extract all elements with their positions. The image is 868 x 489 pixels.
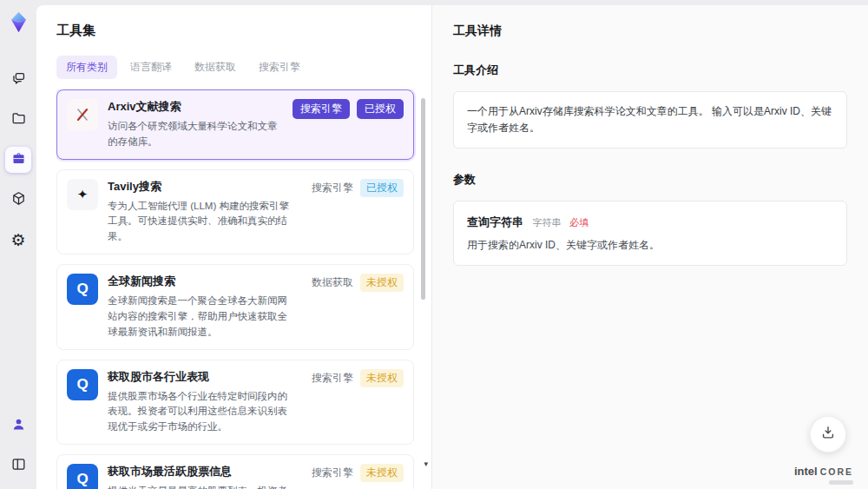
tool-name: Arxiv文献搜索	[108, 99, 278, 115]
core-wordmark: CORE	[820, 466, 853, 477]
tool-card-text: 获取股市各行业表现 提供股票市场各个行业在特定时间段内的表现。投资者可以利用这些…	[108, 369, 297, 435]
gear-icon: ⚙	[10, 232, 25, 248]
parameter-required-label: 必填	[569, 217, 589, 228]
tool-badges: 搜索引擎 未授权	[312, 464, 404, 482]
tool-list: Arxiv文献搜索 访问各个研究领域大量科学论文和文章的存储库。 搜索引擎 已授…	[56, 89, 431, 489]
intel-logo-sub-mark	[829, 480, 853, 485]
tool-description: 全球新闻搜索是一个聚合全球各大新闻网站内容的搜索引擎，帮助用户快速获取全球最新资…	[108, 294, 297, 340]
tool-card-sector-performance[interactable]: Q 获取股市各行业表现 提供股票市场各个行业在特定时间段内的表现。投资者可以利用…	[56, 360, 414, 445]
category-badge: 数据获取	[312, 275, 353, 290]
status-badge: 未授权	[360, 369, 404, 387]
sidebar-item-panel-toggle[interactable]	[5, 453, 31, 479]
category-tabs: 所有类别 语言翻译 数据获取 搜索引擎	[56, 56, 431, 79]
tool-card-text: 全球新闻搜索 全球新闻搜索是一个聚合全球各大新闻网站内容的搜索引擎，帮助用户快速…	[108, 274, 297, 340]
status-badge: 已授权	[360, 179, 404, 197]
tool-card-arxiv[interactable]: Arxiv文献搜索 访问各个研究领域大量科学论文和文章的存储库。 搜索引擎 已授…	[56, 89, 414, 160]
tool-description: 提供当天交易量最高的股票列表。投资者可以利用这些信息来识别流动性强的股票和潜在的…	[108, 484, 297, 489]
category-badge: 搜索引擎	[312, 371, 353, 386]
tool-card-global-news[interactable]: Q 全球新闻搜索 全球新闻搜索是一个聚合全球各大新闻网站内容的搜索引擎，帮助用户…	[56, 264, 414, 349]
tool-card-text: Tavily搜索 专为人工智能代理 (LLM) 构建的搜索引擎工具。可快速提供实…	[108, 179, 297, 245]
status-badge: 已授权	[357, 99, 404, 119]
app-window: ⚙ 工具集 所有类别	[0, 0, 868, 489]
parameter-type: 字符串	[532, 217, 561, 228]
tool-name: 获取市场最活跃股票信息	[108, 464, 297, 479]
intel-wordmark: intel	[794, 465, 818, 478]
download-icon	[819, 424, 837, 445]
tab-search-engine[interactable]: 搜索引擎	[249, 56, 310, 79]
tool-name: 获取股市各行业表现	[108, 369, 297, 385]
tool-description: 访问各个研究领域大量科学论文和文章的存储库。	[108, 119, 278, 150]
sidebar-item-tools[interactable]	[5, 147, 31, 173]
tools-panel: 工具集 所有类别 语言翻译 数据获取 搜索引擎 A	[36, 5, 431, 489]
tool-card-text: Arxiv文献搜索 访问各个研究领域大量科学论文和文章的存储库。	[108, 99, 278, 150]
sparkle-icon: ✦	[67, 179, 98, 210]
tool-name: 全球新闻搜索	[108, 274, 297, 289]
parameter-name: 查询字符串	[467, 215, 523, 228]
tool-card-tavily[interactable]: ✦ Tavily搜索 专为人工智能代理 (LLM) 构建的搜索引擎工具。可快速提…	[56, 169, 414, 254]
scrollbar-thumb[interactable]	[421, 98, 425, 300]
user-icon	[10, 416, 27, 436]
tab-data-fetching[interactable]: 数据获取	[185, 56, 246, 79]
folder-icon	[10, 110, 27, 130]
juhe-data-icon: Q	[67, 369, 98, 400]
status-badge: 未授权	[360, 274, 404, 292]
status-badge: 未授权	[360, 464, 404, 482]
toolbox-icon	[10, 150, 27, 170]
sidebar-item-chat[interactable]	[5, 67, 31, 93]
tool-name: Tavily搜索	[108, 179, 297, 195]
page-title: 工具集	[56, 23, 431, 39]
sidebar-item-packages[interactable]	[5, 187, 31, 213]
tool-badges: 搜索引擎 已授权	[293, 99, 404, 119]
cube-icon	[10, 190, 27, 210]
app-logo-icon	[7, 10, 30, 34]
tool-details-panel: 工具详情 工具介绍 一个用于从Arxiv存储库搜索科学论文和文章的工具。 输入可…	[431, 5, 868, 489]
sidebar-item-settings[interactable]: ⚙	[5, 227, 31, 253]
category-badge: 搜索引擎	[293, 99, 350, 119]
tool-badges: 数据获取 未授权	[312, 274, 404, 292]
tool-description: 提供股票市场各个行业在特定时间段内的表现。投资者可以利用这些信息来识别表现优于或…	[108, 389, 297, 435]
list-scrollbar[interactable]: ▾	[421, 91, 425, 484]
tool-intro-text: 一个用于从Arxiv存储库搜索科学论文和文章的工具。 输入可以是Arxiv ID…	[453, 91, 847, 149]
parameter-description: 用于搜索的Arxiv ID、关键字或作者姓名。	[467, 238, 833, 253]
tool-card-active-stocks[interactable]: Q 获取市场最活跃股票信息 提供当天交易量最高的股票列表。投资者可以利用这些信息…	[56, 454, 414, 489]
tool-card-text: 获取市场最活跃股票信息 提供当天交易量最高的股票列表。投资者可以利用这些信息来识…	[108, 464, 297, 489]
tool-description: 专为人工智能代理 (LLM) 构建的搜索引擎工具。可快速提供实时、准确和真实的结…	[108, 199, 297, 245]
category-badge: 搜索引擎	[312, 466, 353, 480]
panel-toggle-icon	[10, 456, 27, 476]
tab-all-categories[interactable]: 所有类别	[56, 56, 117, 79]
juhe-data-icon: Q	[67, 464, 98, 489]
chat-icon	[10, 70, 27, 90]
icon-rail: ⚙	[0, 0, 36, 489]
tab-language-translation[interactable]: 语言翻译	[121, 56, 181, 79]
category-badge: 搜索引擎	[312, 181, 353, 195]
intel-core-logo: intel CORE	[794, 465, 853, 478]
parameter-header: 查询字符串 字符串 必填	[467, 214, 833, 230]
sidebar-item-user[interactable]	[5, 413, 31, 439]
parameter-card: 查询字符串 字符串 必填 用于搜索的Arxiv ID、关键字或作者姓名。	[453, 201, 847, 266]
juhe-data-icon: Q	[67, 274, 98, 305]
sidebar-item-files[interactable]	[5, 107, 31, 133]
main-area: 工具集 所有类别 语言翻译 数据获取 搜索引擎 A	[36, 0, 868, 489]
download-button[interactable]	[810, 416, 846, 453]
intro-heading: 工具介绍	[453, 63, 847, 78]
tool-badges: 搜索引擎 未授权	[312, 369, 404, 387]
params-heading: 参数	[453, 172, 847, 188]
details-title: 工具详情	[453, 23, 847, 39]
tool-badges: 搜索引擎 已授权	[312, 179, 404, 197]
scroll-down-icon[interactable]: ▾	[424, 460, 428, 468]
arxiv-logo-icon	[67, 99, 98, 130]
